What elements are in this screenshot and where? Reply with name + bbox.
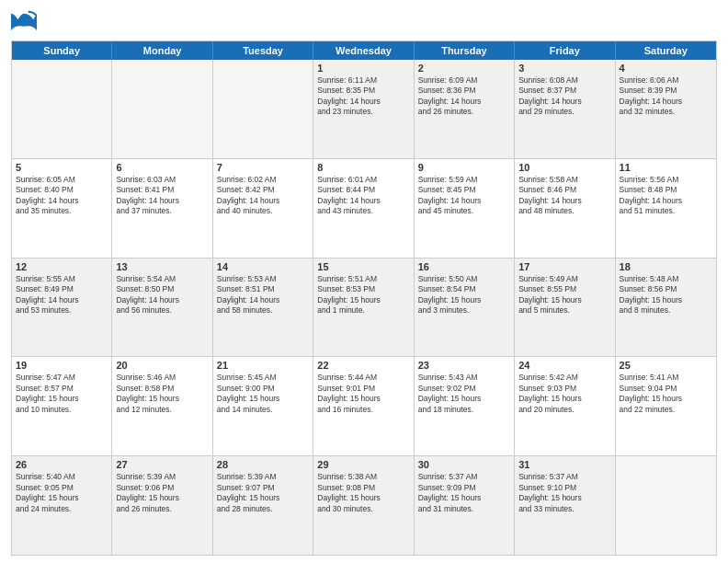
day-info: Sunrise: 5:41 AM Sunset: 9:04 PM Dayligh… xyxy=(620,373,712,415)
calendar-row-4: 26Sunrise: 5:40 AM Sunset: 9:05 PM Dayli… xyxy=(12,455,716,555)
day-cell-9: 9Sunrise: 5:59 AM Sunset: 8:45 PM Daylig… xyxy=(415,159,515,258)
day-info: Sunrise: 5:45 AM Sunset: 9:00 PM Dayligh… xyxy=(217,373,309,415)
day-info: Sunrise: 6:03 AM Sunset: 8:41 PM Dayligh… xyxy=(116,175,208,217)
day-cell-20: 20Sunrise: 5:46 AM Sunset: 8:58 PM Dayli… xyxy=(112,357,212,455)
day-info: Sunrise: 5:54 AM Sunset: 8:50 PM Dayligh… xyxy=(116,274,208,316)
day-cell-31: 31Sunrise: 5:37 AM Sunset: 9:10 PM Dayli… xyxy=(515,456,615,555)
day-info: Sunrise: 5:49 AM Sunset: 8:55 PM Dayligh… xyxy=(518,274,610,316)
day-number: 7 xyxy=(217,162,309,173)
day-number: 31 xyxy=(518,459,610,470)
day-number: 17 xyxy=(518,261,610,272)
day-number: 25 xyxy=(620,360,712,371)
day-cell-23: 23Sunrise: 5:43 AM Sunset: 9:02 PM Dayli… xyxy=(415,357,515,455)
day-info: Sunrise: 5:38 AM Sunset: 9:08 PM Dayligh… xyxy=(317,472,409,514)
calendar: SundayMondayTuesdayWednesdayThursdayFrid… xyxy=(11,40,717,556)
day-cell-8: 8Sunrise: 6:01 AM Sunset: 8:44 PM Daylig… xyxy=(313,159,414,258)
empty-cell xyxy=(616,456,716,555)
calendar-row-2: 12Sunrise: 5:55 AM Sunset: 8:49 PM Dayli… xyxy=(12,258,716,357)
day-cell-15: 15Sunrise: 5:51 AM Sunset: 8:53 PM Dayli… xyxy=(313,259,414,357)
empty-cell xyxy=(112,60,212,158)
day-number: 16 xyxy=(418,261,510,272)
day-cell-13: 13Sunrise: 5:54 AM Sunset: 8:50 PM Dayli… xyxy=(112,259,212,357)
day-info: Sunrise: 5:59 AM Sunset: 8:45 PM Dayligh… xyxy=(418,175,510,217)
day-number: 5 xyxy=(16,162,108,173)
day-info: Sunrise: 6:06 AM Sunset: 8:39 PM Dayligh… xyxy=(620,75,712,118)
day-number: 28 xyxy=(217,459,309,470)
day-number: 6 xyxy=(116,162,208,173)
calendar-row-1: 5Sunrise: 6:05 AM Sunset: 8:40 PM Daylig… xyxy=(12,158,716,258)
day-cell-17: 17Sunrise: 5:49 AM Sunset: 8:55 PM Dayli… xyxy=(515,259,615,357)
day-number: 18 xyxy=(620,261,712,272)
header-day-monday: Monday xyxy=(112,41,212,60)
day-cell-7: 7Sunrise: 6:02 AM Sunset: 8:42 PM Daylig… xyxy=(213,159,313,258)
day-cell-24: 24Sunrise: 5:42 AM Sunset: 9:03 PM Dayli… xyxy=(515,357,615,455)
empty-cell xyxy=(12,60,112,158)
day-info: Sunrise: 5:40 AM Sunset: 9:05 PM Dayligh… xyxy=(16,472,108,514)
day-cell-22: 22Sunrise: 5:44 AM Sunset: 9:01 PM Dayli… xyxy=(313,357,414,455)
day-info: Sunrise: 5:39 AM Sunset: 9:07 PM Dayligh… xyxy=(217,472,309,514)
day-info: Sunrise: 5:53 AM Sunset: 8:51 PM Dayligh… xyxy=(217,274,309,316)
day-info: Sunrise: 6:01 AM Sunset: 8:44 PM Dayligh… xyxy=(317,175,409,217)
day-cell-29: 29Sunrise: 5:38 AM Sunset: 9:08 PM Dayli… xyxy=(313,456,414,555)
day-number: 21 xyxy=(217,360,309,371)
day-cell-28: 28Sunrise: 5:39 AM Sunset: 9:07 PM Dayli… xyxy=(213,456,313,555)
day-info: Sunrise: 5:47 AM Sunset: 8:57 PM Dayligh… xyxy=(16,373,108,415)
day-cell-21: 21Sunrise: 5:45 AM Sunset: 9:00 PM Dayli… xyxy=(213,357,313,455)
day-cell-25: 25Sunrise: 5:41 AM Sunset: 9:04 PM Dayli… xyxy=(616,357,716,455)
day-cell-30: 30Sunrise: 5:37 AM Sunset: 9:09 PM Dayli… xyxy=(415,456,515,555)
day-info: Sunrise: 5:48 AM Sunset: 8:56 PM Dayligh… xyxy=(620,274,712,316)
day-cell-27: 27Sunrise: 5:39 AM Sunset: 9:06 PM Dayli… xyxy=(112,456,212,555)
empty-cell xyxy=(213,60,313,158)
day-number: 1 xyxy=(317,63,409,74)
day-info: Sunrise: 6:05 AM Sunset: 8:40 PM Dayligh… xyxy=(16,175,108,217)
logo-icon xyxy=(11,9,37,35)
day-cell-6: 6Sunrise: 6:03 AM Sunset: 8:41 PM Daylig… xyxy=(112,159,212,258)
day-info: Sunrise: 5:39 AM Sunset: 9:06 PM Dayligh… xyxy=(116,472,208,514)
page: SundayMondayTuesdayWednesdayThursdayFrid… xyxy=(0,0,728,563)
day-number: 23 xyxy=(418,360,510,371)
day-number: 29 xyxy=(317,459,409,470)
header-day-wednesday: Wednesday xyxy=(313,41,414,60)
day-number: 20 xyxy=(116,360,208,371)
calendar-body: 1Sunrise: 6:11 AM Sunset: 8:35 PM Daylig… xyxy=(12,60,716,555)
day-cell-16: 16Sunrise: 5:50 AM Sunset: 8:54 PM Dayli… xyxy=(415,259,515,357)
day-info: Sunrise: 5:42 AM Sunset: 9:03 PM Dayligh… xyxy=(518,373,610,415)
day-number: 22 xyxy=(317,360,409,371)
day-cell-14: 14Sunrise: 5:53 AM Sunset: 8:51 PM Dayli… xyxy=(213,259,313,357)
day-number: 8 xyxy=(317,162,409,173)
calendar-row-3: 19Sunrise: 5:47 AM Sunset: 8:57 PM Dayli… xyxy=(12,356,716,455)
day-cell-12: 12Sunrise: 5:55 AM Sunset: 8:49 PM Dayli… xyxy=(12,259,112,357)
day-info: Sunrise: 5:56 AM Sunset: 8:48 PM Dayligh… xyxy=(620,175,712,217)
calendar-header: SundayMondayTuesdayWednesdayThursdayFrid… xyxy=(12,41,716,60)
day-cell-18: 18Sunrise: 5:48 AM Sunset: 8:56 PM Dayli… xyxy=(616,259,716,357)
day-number: 12 xyxy=(16,261,108,272)
day-number: 19 xyxy=(16,360,108,371)
day-info: Sunrise: 6:02 AM Sunset: 8:42 PM Dayligh… xyxy=(217,175,309,217)
header-day-saturday: Saturday xyxy=(616,41,716,60)
day-info: Sunrise: 5:37 AM Sunset: 9:09 PM Dayligh… xyxy=(418,472,510,514)
day-number: 3 xyxy=(518,63,610,74)
day-cell-11: 11Sunrise: 5:56 AM Sunset: 8:48 PM Dayli… xyxy=(616,159,716,258)
day-number: 9 xyxy=(418,162,510,173)
day-cell-19: 19Sunrise: 5:47 AM Sunset: 8:57 PM Dayli… xyxy=(12,357,112,455)
day-number: 15 xyxy=(317,261,409,272)
day-cell-10: 10Sunrise: 5:58 AM Sunset: 8:46 PM Dayli… xyxy=(515,159,615,258)
day-info: Sunrise: 5:55 AM Sunset: 8:49 PM Dayligh… xyxy=(16,274,108,316)
logo xyxy=(11,9,40,35)
day-info: Sunrise: 6:08 AM Sunset: 8:37 PM Dayligh… xyxy=(518,75,610,118)
header-day-thursday: Thursday xyxy=(415,41,515,60)
day-number: 24 xyxy=(518,360,610,371)
header-day-sunday: Sunday xyxy=(12,41,112,60)
day-cell-5: 5Sunrise: 6:05 AM Sunset: 8:40 PM Daylig… xyxy=(12,159,112,258)
day-info: Sunrise: 6:09 AM Sunset: 8:36 PM Dayligh… xyxy=(418,75,510,118)
day-cell-3: 3Sunrise: 6:08 AM Sunset: 8:37 PM Daylig… xyxy=(515,60,615,158)
day-info: Sunrise: 5:46 AM Sunset: 8:58 PM Dayligh… xyxy=(116,373,208,415)
day-cell-2: 2Sunrise: 6:09 AM Sunset: 8:36 PM Daylig… xyxy=(415,60,515,158)
day-number: 26 xyxy=(16,459,108,470)
day-number: 11 xyxy=(620,162,712,173)
day-cell-4: 4Sunrise: 6:06 AM Sunset: 8:39 PM Daylig… xyxy=(616,60,716,158)
day-info: Sunrise: 5:51 AM Sunset: 8:53 PM Dayligh… xyxy=(317,274,409,316)
day-cell-26: 26Sunrise: 5:40 AM Sunset: 9:05 PM Dayli… xyxy=(12,456,112,555)
day-number: 2 xyxy=(418,63,510,74)
day-info: Sunrise: 6:11 AM Sunset: 8:35 PM Dayligh… xyxy=(317,75,409,118)
